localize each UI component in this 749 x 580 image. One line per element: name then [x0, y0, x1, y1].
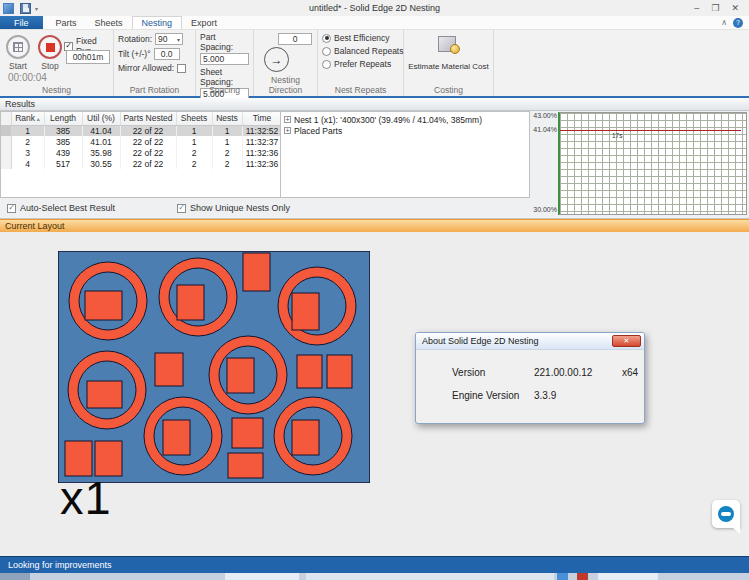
table-cell: 2: [212, 147, 242, 158]
table-cell: 517: [44, 158, 82, 169]
about-close-button[interactable]: ✕: [612, 335, 641, 347]
tab-nesting[interactable]: Nesting: [132, 16, 183, 29]
table-cell: 1: [212, 136, 242, 147]
windows-taskbar[interactable]: [0, 573, 749, 580]
row-gutter: [1, 125, 11, 136]
close-button[interactable]: ✕: [731, 3, 739, 13]
column-header-2[interactable]: Util (%): [82, 112, 120, 125]
remote-support-bubble[interactable]: [712, 500, 740, 528]
title-bar: ▾ untitled* - Solid Edge 2D Nesting – ❐ …: [0, 0, 749, 16]
expand-icon[interactable]: +: [284, 127, 291, 134]
y-tick-label: 41.04%: [533, 126, 557, 133]
ribbon: Start Stop 00:00:04 ✓ Fixed Run 00h01m N…: [0, 30, 749, 98]
layout-canvas[interactable]: x1 About Solid Edge 2D Nesting ✕ Version…: [0, 232, 749, 556]
chart-y-axis-labels: 43.00%41.04%30.00%: [530, 112, 558, 218]
radio-icon: [322, 47, 331, 56]
stop-label: Stop: [35, 61, 65, 71]
table-cell: 41.01: [82, 136, 120, 147]
stop-button[interactable]: [38, 35, 62, 59]
rect-part[interactable]: [232, 418, 263, 448]
direction-angle-field[interactable]: 0: [278, 33, 312, 45]
nesting-direction-icon[interactable]: →: [264, 47, 289, 72]
tree-item-1[interactable]: +Placed Parts: [284, 125, 529, 136]
rect-part[interactable]: [227, 358, 254, 393]
column-header-3[interactable]: Parts Nested: [120, 112, 176, 125]
table-cell: 22 of 22: [120, 158, 176, 169]
rotation-label: Rotation:: [118, 34, 152, 44]
repeat-option-0[interactable]: Best Efficiency: [322, 33, 400, 43]
rect-part[interactable]: [292, 420, 319, 455]
rotation-select[interactable]: 90 ▾: [155, 33, 183, 45]
tilt-field[interactable]: 0.0: [154, 48, 180, 60]
minimize-button[interactable]: –: [694, 3, 699, 13]
column-header-6[interactable]: Time: [242, 112, 281, 125]
rect-part[interactable]: [163, 420, 190, 455]
expand-icon[interactable]: +: [284, 116, 291, 123]
rect-part[interactable]: [327, 355, 352, 388]
table-cell: 439: [44, 147, 82, 158]
ribbon-group-nest-repeats: Best EfficiencyBalanced RepeatsPrefer Re…: [318, 30, 404, 96]
repeat-option-label: Balanced Repeats: [334, 46, 403, 56]
rect-part[interactable]: [177, 285, 204, 320]
nest-repeats-group-label: Nest Repeats: [318, 85, 403, 95]
column-header-5[interactable]: Nests: [212, 112, 242, 125]
checkbox-icon: ✓: [7, 204, 16, 213]
rect-part[interactable]: [228, 453, 263, 478]
table-cell: 1: [212, 125, 242, 136]
rect-part[interactable]: [297, 355, 322, 388]
window-title: untitled* - Solid Edge 2D Nesting: [0, 3, 749, 13]
option-label: Auto-Select Best Result: [20, 203, 115, 213]
table-row[interactable]: 138541.0422 of 221111:32:52: [1, 125, 281, 136]
table-cell: 385: [44, 125, 82, 136]
table-row[interactable]: 451730.5522 of 222211:32:36: [1, 158, 281, 169]
start-icon: [13, 42, 23, 52]
column-header-0[interactable]: Rank ▴: [11, 112, 44, 125]
rect-part[interactable]: [292, 293, 319, 330]
tab-sheets[interactable]: Sheets: [86, 16, 132, 29]
chart-annotation: 17s: [612, 132, 622, 139]
help-icon[interactable]: ?: [733, 18, 743, 28]
repeat-option-1[interactable]: Balanced Repeats: [322, 46, 400, 56]
tab-file[interactable]: File: [0, 16, 43, 29]
table-cell: 11:32:36: [242, 158, 281, 169]
table-row[interactable]: 238541.0122 of 221111:32:37: [1, 136, 281, 147]
column-header-1[interactable]: Length: [44, 112, 82, 125]
nesting-direction-group-label: Nesting Direction: [254, 75, 317, 95]
application-window: ▾ untitled* - Solid Edge 2D Nesting – ❐ …: [0, 0, 749, 580]
restore-button[interactable]: ❐: [711, 3, 719, 13]
results-panel: Results Rank ▴LengthUtil (%)Parts Nested…: [0, 98, 749, 219]
column-header-4[interactable]: Sheets: [176, 112, 212, 125]
rect-part[interactable]: [155, 353, 183, 386]
estimate-material-cost-button[interactable]: Estimate Material Cost: [404, 30, 493, 71]
mirror-allowed-checkbox[interactable]: [177, 64, 186, 73]
table-cell: 22 of 22: [120, 125, 176, 136]
table-row[interactable]: 343935.9822 of 222211:32:36: [1, 147, 281, 158]
repeat-option-2[interactable]: Prefer Repeats: [322, 59, 400, 69]
nested-sheet[interactable]: [58, 251, 370, 483]
repeat-option-label: Prefer Repeats: [334, 59, 391, 69]
utilization-chart: 43.00%41.04%30.00% 17s: [530, 111, 749, 218]
start-button[interactable]: [6, 35, 30, 59]
part-spacing-field[interactable]: 5.000: [200, 53, 249, 65]
run-duration-field[interactable]: 00h01m: [66, 50, 110, 64]
rect-part[interactable]: [243, 253, 270, 291]
repeat-option-label: Best Efficiency: [334, 33, 390, 43]
ribbon-collapse-icon[interactable]: ∧: [721, 18, 727, 27]
ribbon-group-costing: Estimate Material Cost Costing: [404, 30, 494, 96]
option-checkbox-1[interactable]: ✓Show Unique Nests Only: [177, 203, 290, 213]
option-checkbox-0[interactable]: ✓Auto-Select Best Result: [7, 203, 115, 213]
tree-item-label: Placed Parts: [294, 126, 342, 136]
table-cell: 41.04: [82, 125, 120, 136]
results-table-header-row[interactable]: Rank ▴LengthUtil (%)Parts NestedSheetsNe…: [1, 112, 281, 125]
ribbon-group-part-rotation: Rotation: 90 ▾ Tilt (+/-)° 0.0 Mirror Al…: [114, 30, 196, 96]
nest-repeats-options: Best EfficiencyBalanced RepeatsPrefer Re…: [318, 33, 403, 69]
tree-item-0[interactable]: +Nest 1 (x1): '400x300' (39.49% / 41.04%…: [284, 114, 529, 125]
tab-export[interactable]: Export: [182, 16, 226, 29]
tab-parts[interactable]: Parts: [47, 16, 86, 29]
about-dialog-title: About Solid Edge 2D Nesting: [422, 336, 539, 346]
rect-part[interactable]: [87, 381, 122, 408]
ribbon-tab-bar: FilePartsSheetsNestingExport ∧ ?: [0, 16, 749, 30]
table-cell: 4: [11, 158, 44, 169]
rect-part[interactable]: [85, 291, 122, 320]
version-value: 221.00.00.12: [534, 367, 622, 378]
